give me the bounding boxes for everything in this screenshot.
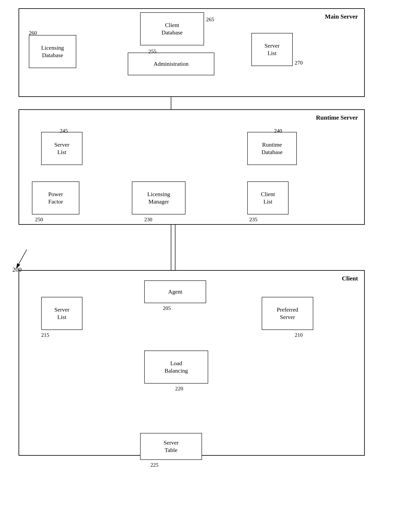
server-list-client-box: Server List	[41, 297, 83, 330]
client-database-ref: 265	[206, 16, 214, 23]
server-list-main-box: Server List	[251, 33, 293, 66]
administration-box: Administration	[128, 53, 214, 75]
server-list-runtime-box: Server List	[41, 132, 83, 165]
main-server-label: Main Server	[325, 13, 358, 20]
licensing-manager-box: Licensing Manager	[132, 181, 186, 214]
licensing-database-ref: 260	[29, 30, 37, 36]
preferred-server-ref: 210	[295, 332, 303, 338]
licensing-database-box: Licensing Database	[29, 35, 76, 68]
client-database-box: Client Database	[140, 12, 204, 45]
agent-box: Agent	[144, 280, 206, 303]
power-factor-box: Power Factor	[32, 181, 79, 214]
server-list-client-ref: 215	[41, 332, 49, 338]
power-factor-ref: 250	[35, 217, 43, 223]
svg-line-28	[16, 249, 27, 268]
diagram: Main Server Licensing Database 260 Clien…	[0, 0, 393, 532]
client-list-box: Client List	[247, 181, 289, 214]
ref-arrow	[10, 248, 31, 272]
preferred-server-box: Preferred Server	[262, 297, 313, 330]
server-table-box: Server Table	[140, 433, 202, 460]
server-list-main-ref: 270	[295, 60, 303, 66]
server-table-ref: 225	[150, 462, 158, 468]
licensing-manager-ref: 230	[144, 217, 152, 223]
agent-ref: 205	[163, 305, 171, 311]
client-label: Client	[342, 275, 358, 282]
load-balancing-ref: 220	[175, 386, 183, 392]
runtime-database-ref: 240	[274, 128, 282, 134]
runtime-server-label: Runtime Server	[316, 114, 358, 121]
load-balancing-box: Load Balancing	[144, 351, 208, 383]
server-list-runtime-ref: 245	[60, 128, 68, 134]
administration-ref: 255	[148, 49, 157, 55]
runtime-database-box: Runtime Database	[247, 132, 297, 165]
client-list-ref: 235	[249, 217, 257, 223]
